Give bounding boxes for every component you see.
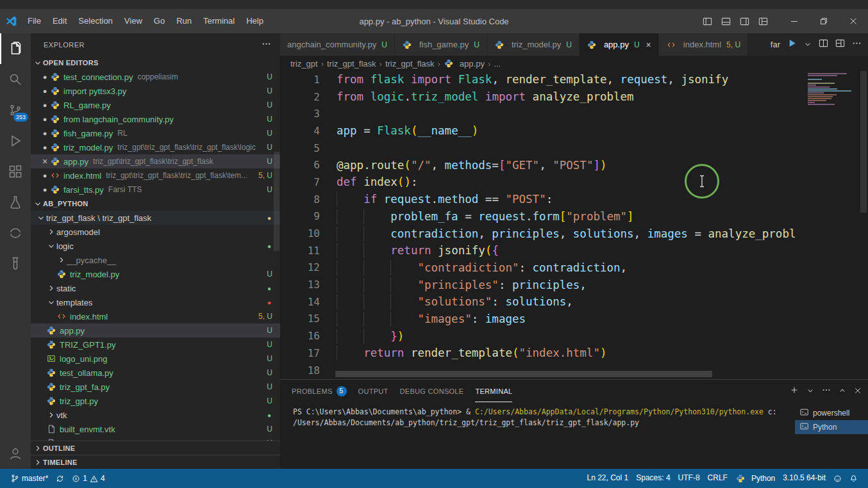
- open-editor-item[interactable]: ●test_connection.pycoppeliasimU: [31, 70, 280, 84]
- problems-status[interactable]: 1 4: [68, 474, 108, 483]
- tree-item-folder[interactable]: vtk●: [31, 408, 280, 422]
- code-line[interactable]: 15 "images": images: [280, 311, 868, 328]
- new-terminal-icon[interactable]: [790, 386, 799, 397]
- editor-tab-angchain_community.py[interactable]: angchain_community.pyU: [280, 33, 395, 56]
- open-editor-item[interactable]: ●RL_game.pyU: [31, 98, 280, 112]
- minimap[interactable]: [808, 73, 854, 108]
- more-actions-icon[interactable]: [262, 39, 271, 50]
- activity-extensions-icon[interactable]: [0, 156, 31, 187]
- code-line[interactable]: 5: [280, 140, 868, 157]
- outline-section[interactable]: OUTLINE: [31, 441, 280, 455]
- code-line[interactable]: 14 "solutions": solutions,: [280, 293, 868, 311]
- modified-dot-icon[interactable]: ●: [40, 115, 50, 123]
- open-editor-item[interactable]: ●from langchain_community.pyU: [31, 112, 280, 126]
- close-button[interactable]: [839, 9, 868, 33]
- code-line[interactable]: 3: [280, 105, 868, 122]
- sync-status[interactable]: [52, 475, 68, 483]
- menu-terminal[interactable]: Terminal: [197, 9, 240, 33]
- editor-tab-app.py[interactable]: app.pyU×: [580, 33, 659, 56]
- close-icon[interactable]: ×: [646, 40, 651, 50]
- activity-account-icon[interactable]: [0, 438, 31, 469]
- timeline-section[interactable]: TIMELINE: [31, 455, 280, 469]
- open-editor-item[interactable]: ●index.htmltriz_gpt\triz_gpt_flask\triz_…: [31, 168, 280, 183]
- code-line[interactable]: 16 }): [280, 327, 868, 345]
- status-spaces-4[interactable]: Spaces: 4: [632, 473, 674, 482]
- code-line[interactable]: 9 problem_fa = request.form["problem"]: [280, 208, 868, 225]
- open-editor-item[interactable]: ×app.pytriz_gpt\triz_gpt_flask\triz_gpt_…: [31, 154, 280, 168]
- panel-tab-problems[interactable]: PROBLEMS5: [292, 380, 347, 402]
- restore-button[interactable]: [809, 9, 839, 33]
- editor-tab-fish_game.py[interactable]: fish_game.pyU: [395, 33, 487, 56]
- code-line[interactable]: 6@app.route("/", methods=["GET", "POST"]…: [280, 156, 868, 174]
- tree-item-file[interactable]: logo_uni.pngU: [31, 352, 280, 366]
- menu-file[interactable]: File: [22, 9, 47, 33]
- project-header[interactable]: AB_PYTHON: [31, 197, 280, 211]
- breadcrumb-item[interactable]: triz_gpt_flask: [385, 59, 435, 69]
- more-actions-icon[interactable]: [852, 38, 862, 51]
- activity-source-control-icon[interactable]: 253: [0, 95, 31, 126]
- tree-item-folder[interactable]: static●: [31, 281, 280, 295]
- terminal-instance-powershell[interactable]: powershell: [795, 406, 868, 420]
- open-editor-item[interactable]: ●import pyttsx3.pyU: [31, 84, 280, 98]
- modified-dot-icon[interactable]: ●: [40, 129, 50, 137]
- breadcrumb-item[interactable]: triz_gpt_flask: [327, 59, 376, 69]
- panel-tab-terminal[interactable]: TERMINAL: [475, 380, 512, 402]
- scrollbar-thumb[interactable]: [860, 71, 867, 213]
- menu-selection[interactable]: Selection: [72, 9, 118, 33]
- status-utf-8[interactable]: UTF-8: [674, 473, 704, 482]
- tree-item-folder[interactable]: argosmodel: [31, 225, 280, 239]
- open-editors-header[interactable]: OPEN EDITORS: [31, 56, 280, 70]
- run-dropdown-chevron-icon[interactable]: [804, 39, 812, 51]
- open-editor-item[interactable]: ●triz_model.pytriz_gpt\triz_gpt_flask\tr…: [31, 140, 280, 154]
- notifications-bell-icon[interactable]: [846, 475, 862, 483]
- breadcrumb-item[interactable]: triz_gpt: [290, 59, 318, 69]
- open-editor-item[interactable]: ●fish_game.pyRLU: [31, 126, 280, 140]
- code-line[interactable]: 8 if request.method == "POST":: [280, 191, 868, 208]
- tree-item-file[interactable]: built_envmt.vtkU: [31, 422, 280, 436]
- code-line[interactable]: 12 "contradiction": contradiction,: [280, 259, 868, 277]
- tree-item-file[interactable]: triz_gpt_fa.pyU: [31, 380, 280, 394]
- open-editor-item[interactable]: ●farsi_tts.pyFarsi TTSU: [31, 183, 280, 197]
- modified-dot-icon[interactable]: ●: [40, 87, 50, 95]
- code-editor[interactable]: 1from flask import Flask, render_templat…: [280, 71, 868, 379]
- code-line[interactable]: 2from logic.triz_model import analyze_pr…: [280, 88, 868, 106]
- terminal-instance-python[interactable]: Python: [795, 420, 868, 434]
- activity-testing-icon[interactable]: [0, 187, 31, 218]
- panel-tab-output[interactable]: OUTPUT: [358, 380, 388, 402]
- toggle-panel-icon[interactable]: [721, 17, 731, 26]
- activity-search-icon[interactable]: [0, 64, 31, 95]
- tree-item-folder[interactable]: triz_gpt_flask \ triz_gpt_flask●: [31, 211, 280, 225]
- status-3-10-5-64-bit[interactable]: 3.10.5 64-bit: [779, 473, 830, 482]
- tree-item-file[interactable]: triz_gpt.pyU: [31, 394, 280, 408]
- close-icon[interactable]: ×: [40, 156, 50, 167]
- maximize-panel-icon[interactable]: [839, 386, 846, 397]
- tree-item-file[interactable]: config.jsonU: [31, 436, 280, 441]
- tree-item-file[interactable]: TRIZ_GPT1.pyU: [31, 338, 280, 352]
- activity-explorer-icon[interactable]: [0, 33, 31, 64]
- feedback-smiley-icon[interactable]: [830, 475, 846, 483]
- tree-item-file[interactable]: triz_model.pyU: [31, 267, 280, 281]
- tree-item-folder[interactable]: templates●: [31, 295, 280, 309]
- editor-layout-icon[interactable]: [835, 38, 845, 51]
- vertical-scrollbar[interactable]: [859, 71, 868, 379]
- activity-run-and-debug-icon[interactable]: [0, 126, 31, 156]
- sidebar-scrollbar[interactable]: [274, 152, 280, 251]
- run-python-file-icon[interactable]: [787, 38, 797, 51]
- horizontal-scrollbar[interactable]: [335, 371, 712, 377]
- tree-item-folder[interactable]: logic●: [31, 239, 280, 253]
- editor-tab-triz_model.py[interactable]: triz_model.pyU: [487, 33, 580, 56]
- run-profile-label[interactable]: far: [771, 40, 780, 49]
- code-line[interactable]: 11 return jsonify({: [280, 242, 868, 259]
- code-line[interactable]: 4app = Flask(__name__): [280, 122, 868, 140]
- tree-item-file[interactable]: index.html5, U: [31, 309, 280, 323]
- tree-item-folder[interactable]: __pycache__: [31, 253, 280, 267]
- code-line[interactable]: 17 return render_template("index.html"): [280, 345, 868, 362]
- split-editor-icon[interactable]: [819, 38, 828, 51]
- status-python[interactable]: Python: [731, 473, 779, 484]
- code-line[interactable]: 7def index():: [280, 174, 868, 191]
- toggle-secondary-sidebar-icon[interactable]: [740, 17, 749, 26]
- tree-item-file[interactable]: app.pyU: [31, 323, 280, 338]
- status-ln-22-col-1[interactable]: Ln 22, Col 1: [583, 473, 632, 482]
- menu-edit[interactable]: Edit: [47, 9, 72, 33]
- status-crlf[interactable]: CRLF: [704, 473, 731, 482]
